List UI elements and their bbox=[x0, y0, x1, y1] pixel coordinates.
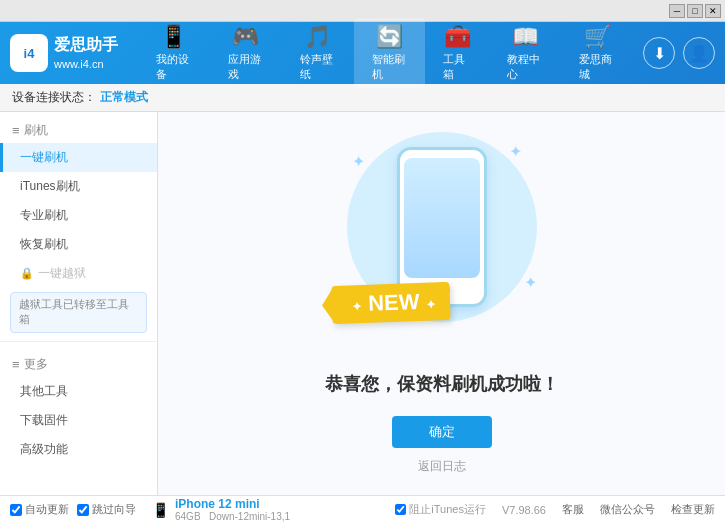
shop-label: 爱思商城 bbox=[579, 52, 615, 82]
wechat-link[interactable]: 微信公众号 bbox=[600, 502, 655, 517]
header: i4 爱思助手 www.i4.cn 📱 我的设备 🎮 应用游戏 🎵 铃声壁纸 🔄… bbox=[0, 22, 725, 84]
itunes-label: 阻止iTunes运行 bbox=[409, 502, 486, 517]
flash-section-label: 刷机 bbox=[24, 122, 48, 139]
my-device-label: 我的设备 bbox=[156, 52, 192, 82]
nav-bar: 📱 我的设备 🎮 应用游戏 🎵 铃声壁纸 🔄 智能刷机 🧰 工具箱 📖 教程中心… bbox=[138, 18, 633, 88]
device-name: iPhone 12 mini bbox=[175, 497, 290, 511]
tutorial-icon: 📖 bbox=[512, 24, 539, 50]
confirm-button[interactable]: 确定 bbox=[392, 416, 492, 448]
itunes-checkbox[interactable] bbox=[395, 504, 406, 515]
nav-shop[interactable]: 🛒 爱思商城 bbox=[561, 18, 633, 88]
sidebar-divider bbox=[0, 341, 157, 342]
sparkle-icon-2: ✦ bbox=[509, 142, 522, 161]
status-label: 设备连接状态： bbox=[12, 89, 96, 106]
skip-wizard-checkbox[interactable]: 跳过向导 bbox=[77, 502, 136, 517]
sidebar-item-one-click-flash[interactable]: 一键刷机 bbox=[0, 143, 157, 172]
auto-update-checkbox[interactable]: 自动更新 bbox=[10, 502, 69, 517]
phone-screen bbox=[404, 158, 480, 278]
logo-icon: i4 bbox=[10, 34, 48, 72]
logo-text: 爱思助手 www.i4.cn bbox=[54, 34, 118, 72]
nav-ringtone[interactable]: 🎵 铃声壁纸 bbox=[282, 18, 354, 88]
version-text: V7.98.66 bbox=[502, 504, 546, 516]
shop-icon: 🛒 bbox=[584, 24, 611, 50]
bottom-right: 阻止iTunes运行 V7.98.66 客服 微信公众号 检查更新 bbox=[395, 502, 715, 517]
nav-toolbox[interactable]: 🧰 工具箱 bbox=[425, 18, 489, 88]
customer-service-link[interactable]: 客服 bbox=[562, 502, 584, 517]
window-controls[interactable]: ─ □ ✕ bbox=[669, 4, 721, 18]
more-section-label: 更多 bbox=[24, 356, 48, 373]
skip-wizard-input[interactable] bbox=[77, 504, 89, 516]
new-badge-text: NEW bbox=[367, 289, 419, 316]
check-update-link[interactable]: 检查更新 bbox=[671, 502, 715, 517]
device-icon: 📱 bbox=[152, 502, 169, 518]
nav-my-device[interactable]: 📱 我的设备 bbox=[138, 18, 210, 88]
jailbreak-label: 一键越狱 bbox=[38, 265, 86, 282]
new-star-right: ✦ bbox=[425, 297, 435, 311]
new-star-left: ✦ bbox=[351, 300, 361, 314]
lock-icon: 🔒 bbox=[20, 267, 34, 280]
itunes-status: 阻止iTunes运行 bbox=[395, 502, 486, 517]
sidebar-section-jailbreak: 🔒 一键越狱 bbox=[0, 259, 157, 288]
sidebar-item-itunes-flash[interactable]: iTunes刷机 bbox=[0, 172, 157, 201]
user-button[interactable]: 👤 bbox=[683, 37, 715, 69]
sidebar-section-flash: ≡ 刷机 bbox=[0, 116, 157, 143]
toolbox-label: 工具箱 bbox=[443, 52, 471, 82]
download-button[interactable]: ⬇ bbox=[643, 37, 675, 69]
sparkle-icon-1: ✦ bbox=[352, 152, 365, 171]
app-name: 爱思助手 bbox=[54, 34, 118, 56]
close-button[interactable]: ✕ bbox=[705, 4, 721, 18]
skip-wizard-label: 跳过向导 bbox=[92, 502, 136, 517]
bottom-left: 自动更新 跳过向导 📱 iPhone 12 mini 64GB Down-12m… bbox=[10, 497, 395, 522]
sidebar-section-more: ≡ 更多 bbox=[0, 350, 157, 377]
device-model: Down-12mini-13,1 bbox=[209, 511, 290, 522]
sidebar-item-other-tools[interactable]: 其他工具 bbox=[0, 377, 157, 406]
app-game-label: 应用游戏 bbox=[228, 52, 264, 82]
sidebar-item-restore-flash[interactable]: 恢复刷机 bbox=[0, 230, 157, 259]
status-value: 正常模式 bbox=[100, 89, 148, 106]
toolbox-icon: 🧰 bbox=[444, 24, 471, 50]
smart-flash-label: 智能刷机 bbox=[372, 52, 408, 82]
logo-area: i4 爱思助手 www.i4.cn bbox=[10, 34, 118, 72]
new-badge: ✦ NEW ✦ bbox=[331, 282, 450, 324]
smart-flash-icon: 🔄 bbox=[376, 24, 403, 50]
jailbreak-notice: 越狱工具已转移至工具箱 bbox=[10, 292, 147, 333]
header-right: ⬇ 👤 bbox=[643, 37, 715, 69]
tutorial-label: 教程中心 bbox=[507, 52, 543, 82]
device-info: 📱 iPhone 12 mini 64GB Down-12mini-13,1 bbox=[152, 497, 290, 522]
success-message: 恭喜您，保资料刷机成功啦！ bbox=[325, 372, 559, 396]
maximize-button[interactable]: □ bbox=[687, 4, 703, 18]
ringtone-icon: 🎵 bbox=[304, 24, 331, 50]
content-area: ✦ ✦ ✦ ✦ NEW ✦ 恭喜您，保资料刷机成功啦！ 确定 返回日志 bbox=[158, 112, 725, 495]
sidebar-item-download-firmware[interactable]: 下载固件 bbox=[0, 406, 157, 435]
sparkle-icon-3: ✦ bbox=[524, 273, 537, 292]
app-url: www.i4.cn bbox=[54, 57, 118, 72]
flash-section-icon: ≡ bbox=[12, 123, 20, 138]
app-game-icon: 🎮 bbox=[232, 24, 259, 50]
auto-update-label: 自动更新 bbox=[25, 502, 69, 517]
nav-app-game[interactable]: 🎮 应用游戏 bbox=[210, 18, 282, 88]
auto-update-input[interactable] bbox=[10, 504, 22, 516]
nav-smart-flash[interactable]: 🔄 智能刷机 bbox=[354, 18, 426, 88]
device-storage: 64GB bbox=[175, 511, 201, 522]
bottom-bar: 自动更新 跳过向导 📱 iPhone 12 mini 64GB Down-12m… bbox=[0, 495, 725, 523]
nav-tutorial[interactable]: 📖 教程中心 bbox=[489, 18, 561, 88]
sidebar-item-advanced[interactable]: 高级功能 bbox=[0, 435, 157, 464]
my-device-icon: 📱 bbox=[160, 24, 187, 50]
ringtone-label: 铃声壁纸 bbox=[300, 52, 336, 82]
main-layout: ≡ 刷机 一键刷机 iTunes刷机 专业刷机 恢复刷机 🔒 一键越狱 越狱工具… bbox=[0, 112, 725, 495]
back-log-link[interactable]: 返回日志 bbox=[418, 458, 466, 475]
status-bar: 设备连接状态： 正常模式 bbox=[0, 84, 725, 112]
minimize-button[interactable]: ─ bbox=[669, 4, 685, 18]
phone-illustration: ✦ ✦ ✦ ✦ NEW ✦ bbox=[342, 132, 542, 352]
sidebar-item-pro-flash[interactable]: 专业刷机 bbox=[0, 201, 157, 230]
sidebar: ≡ 刷机 一键刷机 iTunes刷机 专业刷机 恢复刷机 🔒 一键越狱 越狱工具… bbox=[0, 112, 158, 495]
more-section-icon: ≡ bbox=[12, 357, 20, 372]
